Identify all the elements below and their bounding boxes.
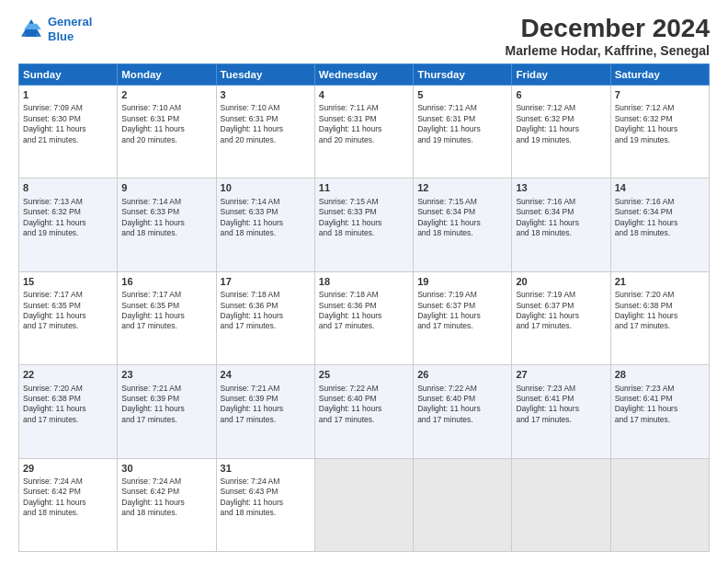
table-row xyxy=(414,458,512,551)
calendar-week-1: 1Sunrise: 7:09 AMSunset: 6:30 PMDaylight… xyxy=(19,85,710,178)
cell-text: Sunrise: 7:19 AMSunset: 6:37 PMDaylight:… xyxy=(516,290,606,332)
day-number: 13 xyxy=(516,181,606,195)
logo: General Blue xyxy=(18,15,92,43)
title-block: December 2024 Marleme Hodar, Kaffrine, S… xyxy=(505,15,710,58)
day-number: 21 xyxy=(615,275,705,289)
calendar-week-2: 8Sunrise: 7:13 AMSunset: 6:32 PMDaylight… xyxy=(19,178,710,271)
table-row xyxy=(610,458,709,551)
table-row: 17Sunrise: 7:18 AMSunset: 6:36 PMDayligh… xyxy=(216,271,314,364)
table-row: 13Sunrise: 7:16 AMSunset: 6:34 PMDayligh… xyxy=(512,178,610,271)
logo-icon xyxy=(18,17,44,42)
table-row: 18Sunrise: 7:18 AMSunset: 6:36 PMDayligh… xyxy=(314,271,413,364)
day-number: 3 xyxy=(221,88,311,102)
cell-text: Sunrise: 7:18 AMSunset: 6:36 PMDaylight:… xyxy=(319,290,409,332)
day-number: 22 xyxy=(23,368,113,382)
cell-text: Sunrise: 7:17 AMSunset: 6:35 PMDaylight:… xyxy=(121,290,211,332)
table-row: 22Sunrise: 7:20 AMSunset: 6:38 PMDayligh… xyxy=(19,365,118,458)
day-number: 28 xyxy=(615,368,705,382)
table-row: 10Sunrise: 7:14 AMSunset: 6:33 PMDayligh… xyxy=(216,178,314,271)
header-row: Sunday Monday Tuesday Wednesday Thursday… xyxy=(19,63,710,85)
col-tuesday: Tuesday xyxy=(216,63,314,85)
svg-rect-2 xyxy=(26,29,37,37)
table-row: 23Sunrise: 7:21 AMSunset: 6:39 PMDayligh… xyxy=(118,365,216,458)
cell-text: Sunrise: 7:23 AMSunset: 6:41 PMDaylight:… xyxy=(615,384,705,426)
col-saturday: Saturday xyxy=(610,63,709,85)
table-row: 20Sunrise: 7:19 AMSunset: 6:37 PMDayligh… xyxy=(512,271,610,364)
table-row: 19Sunrise: 7:19 AMSunset: 6:37 PMDayligh… xyxy=(414,271,512,364)
cell-text: Sunrise: 7:14 AMSunset: 6:33 PMDaylight:… xyxy=(121,197,211,239)
table-row xyxy=(512,458,610,551)
day-number: 8 xyxy=(23,181,113,195)
day-number: 16 xyxy=(121,275,211,289)
cell-text: Sunrise: 7:16 AMSunset: 6:34 PMDaylight:… xyxy=(516,197,606,239)
table-row: 1Sunrise: 7:09 AMSunset: 6:30 PMDaylight… xyxy=(19,85,118,178)
table-row: 8Sunrise: 7:13 AMSunset: 6:32 PMDaylight… xyxy=(19,178,118,271)
calendar-week-3: 15Sunrise: 7:17 AMSunset: 6:35 PMDayligh… xyxy=(19,271,710,364)
table-row: 4Sunrise: 7:11 AMSunset: 6:31 PMDaylight… xyxy=(314,85,413,178)
table-row: 9Sunrise: 7:14 AMSunset: 6:33 PMDaylight… xyxy=(118,178,216,271)
table-row xyxy=(314,458,413,551)
page: General Blue December 2024 Marleme Hodar… xyxy=(0,0,728,563)
day-number: 23 xyxy=(121,368,211,382)
table-row: 16Sunrise: 7:17 AMSunset: 6:35 PMDayligh… xyxy=(118,271,216,364)
cell-text: Sunrise: 7:24 AMSunset: 6:42 PMDaylight:… xyxy=(23,477,113,519)
day-number: 19 xyxy=(417,275,507,289)
day-number: 11 xyxy=(319,181,409,195)
calendar-body: 1Sunrise: 7:09 AMSunset: 6:30 PMDaylight… xyxy=(19,85,710,551)
page-subtitle: Marleme Hodar, Kaffrine, Senegal xyxy=(505,43,710,58)
cell-text: Sunrise: 7:11 AMSunset: 6:31 PMDaylight:… xyxy=(319,103,409,145)
table-row: 5Sunrise: 7:11 AMSunset: 6:31 PMDaylight… xyxy=(414,85,512,178)
calendar-header: Sunday Monday Tuesday Wednesday Thursday… xyxy=(19,63,710,85)
day-number: 4 xyxy=(319,88,409,102)
day-number: 2 xyxy=(121,88,211,102)
day-number: 7 xyxy=(615,88,705,102)
logo-text: General Blue xyxy=(48,15,92,43)
cell-text: Sunrise: 7:22 AMSunset: 6:40 PMDaylight:… xyxy=(319,384,409,426)
table-row: 3Sunrise: 7:10 AMSunset: 6:31 PMDaylight… xyxy=(216,85,314,178)
calendar-week-4: 22Sunrise: 7:20 AMSunset: 6:38 PMDayligh… xyxy=(19,365,710,458)
day-number: 9 xyxy=(121,181,211,195)
table-row: 21Sunrise: 7:20 AMSunset: 6:38 PMDayligh… xyxy=(610,271,709,364)
table-row: 29Sunrise: 7:24 AMSunset: 6:42 PMDayligh… xyxy=(19,458,118,551)
table-row: 11Sunrise: 7:15 AMSunset: 6:33 PMDayligh… xyxy=(314,178,413,271)
logo-general: General xyxy=(48,15,92,29)
col-friday: Friday xyxy=(512,63,610,85)
col-wednesday: Wednesday xyxy=(314,63,413,85)
day-number: 24 xyxy=(221,368,311,382)
day-number: 6 xyxy=(516,88,606,102)
table-row: 24Sunrise: 7:21 AMSunset: 6:39 PMDayligh… xyxy=(216,365,314,458)
table-row: 31Sunrise: 7:24 AMSunset: 6:43 PMDayligh… xyxy=(216,458,314,551)
table-row: 26Sunrise: 7:22 AMSunset: 6:40 PMDayligh… xyxy=(414,365,512,458)
cell-text: Sunrise: 7:15 AMSunset: 6:34 PMDaylight:… xyxy=(417,197,507,239)
table-row: 2Sunrise: 7:10 AMSunset: 6:31 PMDaylight… xyxy=(118,85,216,178)
cell-text: Sunrise: 7:12 AMSunset: 6:32 PMDaylight:… xyxy=(516,103,606,145)
cell-text: Sunrise: 7:10 AMSunset: 6:31 PMDaylight:… xyxy=(221,103,311,145)
cell-text: Sunrise: 7:12 AMSunset: 6:32 PMDaylight:… xyxy=(615,103,705,145)
day-number: 18 xyxy=(319,275,409,289)
cell-text: Sunrise: 7:10 AMSunset: 6:31 PMDaylight:… xyxy=(121,103,211,145)
day-number: 1 xyxy=(23,88,113,102)
table-row: 7Sunrise: 7:12 AMSunset: 6:32 PMDaylight… xyxy=(610,85,709,178)
day-number: 31 xyxy=(221,462,311,476)
cell-text: Sunrise: 7:14 AMSunset: 6:33 PMDaylight:… xyxy=(221,197,311,239)
table-row: 30Sunrise: 7:24 AMSunset: 6:42 PMDayligh… xyxy=(118,458,216,551)
day-number: 15 xyxy=(23,275,113,289)
day-number: 27 xyxy=(516,368,606,382)
calendar-table: Sunday Monday Tuesday Wednesday Thursday… xyxy=(18,63,710,552)
day-number: 12 xyxy=(417,181,507,195)
cell-text: Sunrise: 7:18 AMSunset: 6:36 PMDaylight:… xyxy=(221,290,311,332)
svg-marker-3 xyxy=(24,23,41,29)
col-monday: Monday xyxy=(118,63,216,85)
cell-text: Sunrise: 7:11 AMSunset: 6:31 PMDaylight:… xyxy=(417,103,507,145)
table-row: 15Sunrise: 7:17 AMSunset: 6:35 PMDayligh… xyxy=(19,271,118,364)
cell-text: Sunrise: 7:20 AMSunset: 6:38 PMDaylight:… xyxy=(23,384,113,426)
day-number: 25 xyxy=(319,368,409,382)
day-number: 30 xyxy=(121,462,211,476)
cell-text: Sunrise: 7:20 AMSunset: 6:38 PMDaylight:… xyxy=(615,290,705,332)
cell-text: Sunrise: 7:21 AMSunset: 6:39 PMDaylight:… xyxy=(221,384,311,426)
table-row: 6Sunrise: 7:12 AMSunset: 6:32 PMDaylight… xyxy=(512,85,610,178)
day-number: 29 xyxy=(23,462,113,476)
cell-text: Sunrise: 7:13 AMSunset: 6:32 PMDaylight:… xyxy=(23,197,113,239)
cell-text: Sunrise: 7:23 AMSunset: 6:41 PMDaylight:… xyxy=(516,384,606,426)
cell-text: Sunrise: 7:15 AMSunset: 6:33 PMDaylight:… xyxy=(319,197,409,239)
